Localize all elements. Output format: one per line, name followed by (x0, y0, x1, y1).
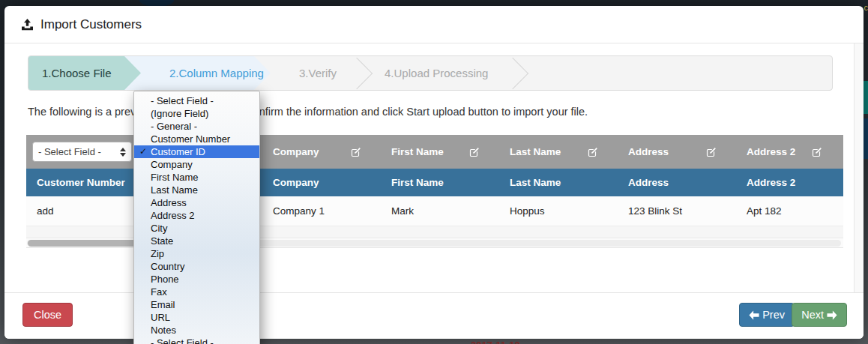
mapped-field-label: First Name (391, 146, 444, 157)
background-fragment (864, 118, 868, 159)
mapping-cell: Company (264, 146, 382, 157)
dropdown-option[interactable]: Customer Number (134, 133, 259, 145)
mapping-cell: First Name (382, 146, 501, 157)
background-date-text: 2017-11-10 (471, 340, 520, 344)
table-cell: Hoppus (501, 205, 619, 217)
table-cell: Mark (382, 205, 501, 217)
step-label: 3.Verify (299, 67, 337, 79)
step-upload-processing[interactable]: 4.Upload Processing (362, 56, 507, 90)
column-header: Company (264, 177, 382, 188)
mapping-cell: Last Name (501, 146, 619, 157)
select-arrows-icon (120, 148, 126, 157)
dropdown-option[interactable]: First Name (134, 171, 259, 184)
dropdown-option[interactable]: Phone (134, 273, 259, 286)
step-choose-file[interactable]: 1.Choose File (28, 56, 141, 90)
step-label: 1.Choose File (42, 67, 112, 79)
dropdown-option[interactable]: Zip (134, 247, 259, 260)
next-button[interactable]: Next (792, 303, 847, 327)
step-verify[interactable]: 3.Verify (271, 56, 352, 90)
dropdown-option[interactable]: Email (134, 298, 259, 311)
mapped-field-label: Company (273, 146, 319, 157)
edit-icon[interactable] (706, 147, 717, 157)
table-cell: Apt 182 (738, 205, 843, 217)
edit-icon[interactable] (351, 147, 361, 157)
edit-icon[interactable] (588, 147, 598, 157)
column-header: Last Name (501, 177, 619, 188)
next-button-label: Next (801, 309, 824, 321)
mapping-cell: Address (619, 146, 738, 157)
dropdown-option[interactable]: Fax (134, 286, 259, 298)
mapped-field-label: Address (628, 146, 669, 157)
step-column-mapping[interactable]: 2.Column Mapping (124, 56, 271, 90)
dropdown-option[interactable]: (Ignore Field) (134, 107, 259, 120)
dropdown-option[interactable]: - General - (134, 120, 259, 133)
mapped-field-label: Last Name (510, 146, 561, 157)
table-cell: Company 1 (264, 205, 382, 217)
checkmark-icon: ✓ (139, 145, 147, 158)
wizard-steps: 1.Choose File 2.Column Mapping 3.Verify … (28, 55, 833, 91)
close-button-label: Close (34, 309, 61, 321)
modal-title: Import Customers (40, 17, 142, 32)
arrow-right-icon (827, 310, 837, 320)
mapped-field-label: Address 2 (747, 146, 795, 157)
column-header: First Name (382, 177, 501, 188)
step-label: 2.Column Mapping (169, 67, 264, 79)
close-button[interactable]: Close (22, 303, 73, 327)
dropdown-option-label: Customer ID (151, 146, 205, 157)
table-cell: 123 Blink St (619, 205, 738, 217)
field-select-dropdown: - Select Field - (Ignore Field) - Genera… (133, 91, 260, 344)
field-select-value: - Select Field - (38, 146, 101, 157)
dropdown-option[interactable]: Notes (134, 324, 259, 337)
background-clipped-text: c (864, 3, 868, 12)
dropdown-option[interactable]: URL (134, 311, 259, 324)
dropdown-option[interactable]: Address 2 (134, 209, 259, 222)
column-header: Address 2 (738, 177, 843, 188)
step-label: 4.Upload Processing (385, 67, 488, 79)
vertical-scrollbar[interactable] (854, 43, 864, 292)
prev-button[interactable]: Prev (739, 303, 795, 327)
column-header: Address (619, 177, 738, 188)
dropdown-option-selected[interactable]: ✓ Customer ID (134, 145, 259, 158)
dropdown-option[interactable]: Address (134, 196, 259, 209)
dropdown-option[interactable]: State (134, 235, 259, 247)
edit-icon[interactable] (812, 147, 822, 157)
field-select[interactable]: - Select Field - (32, 142, 132, 162)
upload-icon (21, 19, 34, 31)
dropdown-option[interactable]: - Select Field - (134, 337, 259, 344)
edit-icon[interactable] (469, 147, 480, 157)
dropdown-option[interactable]: City (134, 222, 259, 235)
mapping-cell: Address 2 (738, 146, 843, 157)
modal-header: Import Customers (4, 6, 864, 43)
prev-button-label: Prev (762, 309, 785, 321)
dropdown-option[interactable]: Company (134, 158, 259, 171)
dropdown-option[interactable]: Last Name (134, 184, 259, 196)
dropdown-option[interactable]: Country (134, 260, 259, 273)
background-fragment (864, 81, 868, 114)
dropdown-option[interactable]: - Select Field - (134, 94, 259, 107)
arrow-left-icon (749, 310, 759, 320)
